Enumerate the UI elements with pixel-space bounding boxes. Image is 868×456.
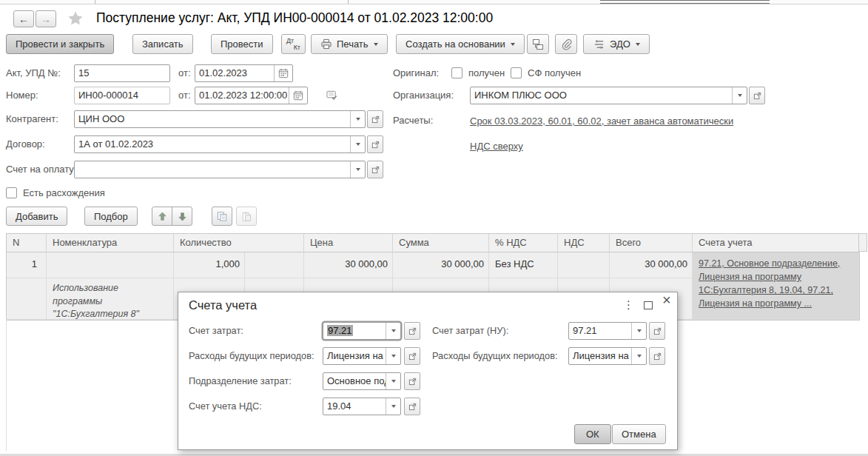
cell-quantity-extra[interactable] <box>245 252 304 278</box>
add-row-button[interactable]: Добавить <box>6 207 67 226</box>
cost-account-nu-value: 97.21 <box>569 323 631 339</box>
cost-department-combobox[interactable]: Основное под <box>323 372 401 390</box>
deferred-expenses-nu-label: Расходы будущих периодов: <box>432 347 558 365</box>
col-header-price: Цена <box>304 234 393 252</box>
invoice-value <box>75 161 350 178</box>
kontragent-combobox[interactable]: ЦИН ООО <box>74 110 366 128</box>
sf-received-checkbox[interactable] <box>511 67 522 78</box>
cost-account-nu-combobox[interactable]: 97.21 <box>568 322 647 340</box>
favorite-star-icon[interactable] <box>67 10 84 27</box>
kontragent-open-button[interactable] <box>367 110 383 128</box>
cell-nomenclature[interactable] <box>47 252 174 278</box>
calendar-icon[interactable] <box>289 87 307 104</box>
attachments-button[interactable] <box>555 34 577 54</box>
dropdown-button[interactable] <box>386 323 400 339</box>
ok-label: ОК <box>586 429 599 440</box>
post-button[interactable]: Провести <box>211 34 273 54</box>
deferred-expenses-combobox[interactable]: Лицензия на п <box>323 347 401 365</box>
form-left-border <box>6 319 7 451</box>
cell-nomenclature-description[interactable]: Использование программы "1С:Бухгалтерия … <box>47 278 174 320</box>
settlements-link[interactable]: Срок 03.03.2023, 60.01, 60.02, зачет ава… <box>470 115 733 127</box>
dogovor-open-button[interactable] <box>367 135 383 153</box>
dropdown-button[interactable] <box>631 348 646 364</box>
akt-date-field[interactable]: 01.02.2023 <box>195 64 293 82</box>
kontragent-value: ЦИН ООО <box>75 111 350 127</box>
deferred-expenses-open-button[interactable] <box>404 347 420 365</box>
cell-price[interactable]: 30 000,00 <box>304 252 393 278</box>
discrepancy-checkbox[interactable] <box>6 187 17 198</box>
kt-label: Кт <box>294 44 300 51</box>
vat-account-combobox[interactable]: 19.04 <box>323 398 401 415</box>
cell-empty[interactable] <box>7 278 47 320</box>
cost-account-combobox[interactable]: 97.21 <box>323 322 401 340</box>
nomer-datetime-field[interactable]: 01.02.2023 12:00:00 <box>195 87 308 104</box>
vat-mode-link[interactable]: НДС сверху <box>470 141 523 152</box>
original-received-checkbox[interactable] <box>451 67 462 78</box>
cost-account-nu-open-button[interactable] <box>649 322 665 340</box>
paste-rows-button[interactable] <box>236 207 257 226</box>
print-button[interactable]: Печать <box>311 34 388 54</box>
cost-department-open-button[interactable] <box>404 372 420 390</box>
document-check-icon[interactable] <box>326 90 338 101</box>
open-link-icon <box>371 166 380 174</box>
dialog-close-button[interactable]: × <box>662 294 671 306</box>
edo-label: ЭДО <box>610 38 630 50</box>
create-based-on-button[interactable]: Создать на основании <box>396 34 525 54</box>
save-button[interactable]: Записать <box>132 34 193 54</box>
cancel-button[interactable]: Отмена <box>612 424 666 444</box>
cell-row-number[interactable]: 1 <box>7 252 47 278</box>
tab-divider <box>348 0 349 4</box>
cell-total[interactable]: 30 000,00 <box>610 252 693 278</box>
dropdown-button[interactable] <box>386 398 400 415</box>
dropdown-button[interactable] <box>386 348 400 364</box>
dropdown-button[interactable] <box>631 323 646 339</box>
dropdown-button[interactable] <box>386 373 400 389</box>
organization-open-button[interactable] <box>749 87 765 104</box>
printer-icon <box>320 38 332 50</box>
discrepancy-label: Есть расхождения <box>23 184 105 202</box>
deferred-expenses-nu-combobox[interactable]: Лицензия на г <box>568 347 647 365</box>
dialog-menu-button[interactable]: ⋮ <box>623 299 634 311</box>
back-button[interactable]: ← <box>13 10 34 27</box>
dropdown-button[interactable] <box>350 111 365 127</box>
organization-value: ИНКОМ ПЛЮС ООО <box>471 87 732 104</box>
move-up-button[interactable] <box>152 207 172 226</box>
organization-combobox[interactable]: ИНКОМ ПЛЮС ООО <box>470 87 747 104</box>
vat-account-open-button[interactable] <box>404 398 420 415</box>
ok-button[interactable]: ОК <box>574 424 611 444</box>
calendar-icon[interactable] <box>274 65 292 81</box>
dt-kt-postings-button[interactable]: Дт Кт <box>281 34 306 54</box>
maximize-icon <box>644 301 653 309</box>
forward-button[interactable]: → <box>36 10 56 27</box>
edo-button[interactable]: ЭДО <box>583 34 650 54</box>
post-and-close-button[interactable]: Провести и закрыть <box>6 34 114 54</box>
dropdown-button[interactable] <box>350 136 365 152</box>
dropdown-arrow-icon <box>391 380 396 383</box>
akt-upd-number-field[interactable]: 15 <box>74 64 170 82</box>
cell-accounts-link[interactable]: 97.21, Основное подразделение, Лицензия … <box>693 252 859 320</box>
dogovor-combobox[interactable]: 1А от 01.02.2023 <box>74 135 366 153</box>
dropdown-button[interactable] <box>350 161 365 178</box>
invoice-open-button[interactable] <box>367 161 383 178</box>
chevron-down-icon <box>636 43 640 46</box>
cell-vat[interactable] <box>558 252 610 278</box>
open-link-icon <box>371 115 380 124</box>
vat-account-value: 19.04 <box>323 398 386 415</box>
arrow-down-icon <box>178 212 187 221</box>
nomer-field[interactable]: ИН00-000014 <box>74 87 170 104</box>
col-header-nomenclature: Номенклатура <box>47 234 174 252</box>
dialog-maximize-button[interactable] <box>644 301 653 309</box>
invoice-combobox[interactable] <box>74 161 366 178</box>
move-down-button[interactable] <box>172 207 192 226</box>
deferred-expenses-nu-open-button[interactable] <box>649 347 665 365</box>
cell-quantity[interactable]: 1,000 <box>174 252 245 278</box>
col-header-quantity: Количество <box>174 234 304 252</box>
pick-button[interactable]: Подбор <box>84 207 138 226</box>
dropdown-button[interactable] <box>732 87 747 104</box>
cell-vat-rate[interactable]: Без НДС <box>489 252 558 278</box>
cell-sum[interactable]: 30 000,00 <box>393 252 489 278</box>
related-documents-button[interactable] <box>527 34 549 54</box>
dogovor-value: 1А от 01.02.2023 <box>75 136 350 152</box>
copy-rows-button[interactable] <box>212 207 232 226</box>
cost-account-open-button[interactable] <box>404 322 420 340</box>
